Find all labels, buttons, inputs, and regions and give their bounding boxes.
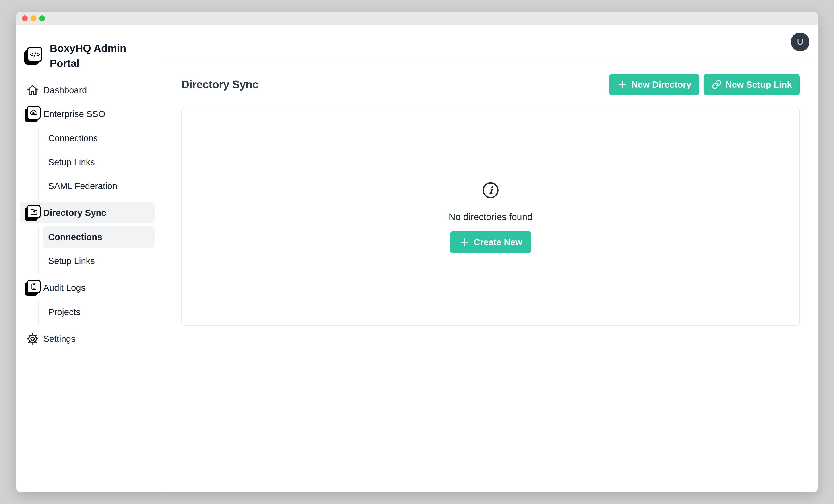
new-directory-button[interactable]: New Directory xyxy=(609,74,699,95)
window-titlebar xyxy=(16,12,818,25)
sidebar-item-enterprise-sso[interactable]: Enterprise SSO xyxy=(20,103,155,125)
user-avatar[interactable]: U xyxy=(791,32,810,51)
app-window: </> BoxyHQ Admin Portal xyxy=(16,12,818,492)
home-icon xyxy=(24,82,41,98)
directories-empty-card: i No directories found Create New xyxy=(181,107,800,326)
directory-sync-subnav: Connections Setup Links xyxy=(38,226,155,275)
empty-state-message: No directories found xyxy=(449,212,532,222)
boxyhq-logo-icon: </> xyxy=(24,47,42,65)
app-logo[interactable]: </> BoxyHQ Admin Portal xyxy=(24,41,154,71)
sidebar-item-directory-sync[interactable]: Directory Sync xyxy=(20,202,155,223)
sidebar-item-label: Audit Logs xyxy=(43,283,85,293)
sidebar-nav: Dashboard xyxy=(20,80,155,349)
sidebar-item-dashboard[interactable]: Dashboard xyxy=(20,80,155,101)
sso-subnav: Connections Setup Links SAML Federation xyxy=(38,127,155,200)
sidebar-subitem-saml-federation[interactable]: SAML Federation xyxy=(43,175,155,197)
main-area: U Directory Sync New Directory xyxy=(160,25,818,492)
sidebar-item-label: Dashboard xyxy=(43,85,87,95)
plus-icon xyxy=(459,237,470,248)
subitem-label: SAML Federation xyxy=(48,181,117,191)
directory-folder-keycap-icon xyxy=(24,205,41,221)
subitem-label: Projects xyxy=(48,307,81,317)
minimize-window-icon[interactable] xyxy=(30,15,36,21)
maximize-window-icon[interactable] xyxy=(39,15,45,21)
page-actions: New Directory New Setup Link xyxy=(609,74,800,95)
sidebar-subitem-sso-connections[interactable]: Connections xyxy=(43,128,155,149)
page-content: Directory Sync New Directory xyxy=(160,59,818,492)
avatar-initial: U xyxy=(797,37,804,47)
subitem-label: Connections xyxy=(48,133,98,144)
new-setup-link-button[interactable]: New Setup Link xyxy=(704,74,800,95)
sidebar-subitem-projects[interactable]: Projects xyxy=(43,301,155,323)
button-label: Create New xyxy=(474,237,522,247)
sidebar-item-settings[interactable]: Settings xyxy=(20,328,155,349)
sidebar-item-label: Enterprise SSO xyxy=(43,109,105,119)
sidebar-subitem-directory-setup-links[interactable]: Setup Links xyxy=(43,250,155,271)
sidebar-subitem-sso-setup-links[interactable]: Setup Links xyxy=(43,151,155,173)
subitem-label: Connections xyxy=(48,232,102,242)
page-title: Directory Sync xyxy=(181,78,259,91)
sidebar-item-label: Settings xyxy=(43,334,75,344)
button-label: New Directory xyxy=(631,80,691,90)
sidebar-item-label: Directory Sync xyxy=(43,208,106,218)
sidebar-subitem-directory-connections[interactable]: Connections xyxy=(43,226,155,248)
close-window-icon[interactable] xyxy=(22,15,28,21)
top-header: U xyxy=(160,25,818,59)
sso-cloud-key-keycap-icon xyxy=(24,106,41,122)
button-label: New Setup Link xyxy=(725,80,792,90)
svg-text:i: i xyxy=(489,185,493,196)
subitem-label: Setup Links xyxy=(48,256,95,266)
link-icon xyxy=(711,80,722,90)
info-icon: i xyxy=(481,181,500,200)
create-new-button[interactable]: Create New xyxy=(450,231,531,253)
audit-logs-subnav: Projects xyxy=(38,301,155,326)
audit-clipboard-keycap-icon xyxy=(24,280,41,296)
plus-icon xyxy=(617,79,628,90)
sidebar-item-audit-logs[interactable]: Audit Logs xyxy=(20,277,155,299)
app-title: BoxyHQ Admin Portal xyxy=(50,41,132,71)
subitem-label: Setup Links xyxy=(48,157,95,167)
gear-icon xyxy=(24,331,41,347)
sidebar: </> BoxyHQ Admin Portal xyxy=(16,25,160,492)
